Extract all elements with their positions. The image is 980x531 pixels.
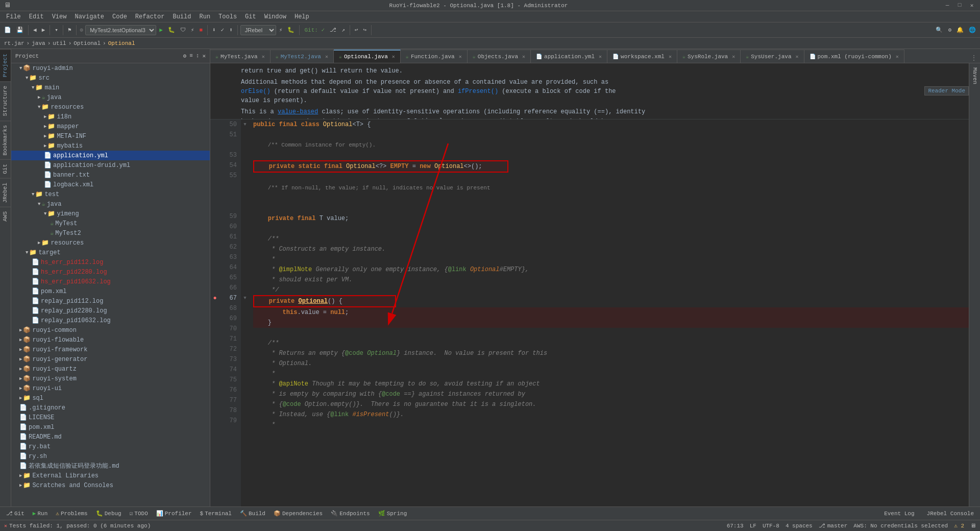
- tree-java[interactable]: ▶☕java: [11, 92, 210, 102]
- project-gear-icon[interactable]: ⚙: [183, 53, 187, 59]
- bottom-profiler-btn[interactable]: 📊 Profiler: [152, 509, 196, 518]
- menu-navigate[interactable]: Navigate: [70, 11, 108, 22]
- left-tab-aws[interactable]: AWS: [0, 207, 11, 226]
- vcs-push-btn[interactable]: ⬆: [227, 26, 235, 34]
- bottom-endpoints-btn[interactable]: 🔌 Endpoints: [327, 509, 374, 518]
- breadcrumb-util[interactable]: util: [53, 40, 66, 46]
- tab-sysuser-close[interactable]: ✕: [795, 54, 798, 60]
- minimize-btn[interactable]: —: [943, 2, 951, 9]
- tree-pom-root[interactable]: 📄pom.xml: [11, 422, 210, 432]
- project-collapse-icon[interactable]: ≡: [189, 53, 193, 59]
- tree-meta-inf[interactable]: ▶📁META-INF: [11, 131, 210, 141]
- bookmark-btn[interactable]: ⚑: [66, 26, 74, 34]
- tree-application-druid[interactable]: 📄application-druid.yml: [11, 160, 210, 170]
- jrebel-debug-btn[interactable]: 🐛: [285, 26, 297, 34]
- menu-git[interactable]: Git: [241, 11, 260, 22]
- tab-mytest2-close[interactable]: ✕: [325, 54, 328, 60]
- menu-file[interactable]: File: [2, 11, 25, 22]
- profile-btn[interactable]: ⚡: [189, 26, 197, 34]
- git-status-btn[interactable]: Git: ✓: [302, 26, 327, 34]
- forward-btn[interactable]: ▶: [40, 26, 47, 34]
- tree-replay-112[interactable]: 📄replay_pid112.log: [11, 296, 210, 306]
- tree-ext-libs[interactable]: ▶📁External Libraries: [11, 471, 210, 480]
- undo-btn[interactable]: ↩: [353, 26, 360, 34]
- git-branch[interactable]: ⎇ master: [819, 522, 848, 529]
- tab-mytest-close[interactable]: ✕: [262, 54, 265, 60]
- tab-appyml[interactable]: 📄 application.yml ✕: [531, 50, 607, 63]
- settings-btn[interactable]: ⚙: [946, 26, 953, 34]
- test-status[interactable]: ✕ Tests failed: 1, passed: 0 (6 minutes …: [4, 523, 151, 529]
- translate-btn[interactable]: 🌐: [967, 26, 978, 34]
- jrebel-select[interactable]: JRebel: [240, 25, 276, 35]
- notifications-badge[interactable]: ⚠ 2: [954, 522, 964, 529]
- tree-scratches[interactable]: ▶📁Scratches and Consoles: [11, 480, 210, 490]
- encoding[interactable]: UTF-8: [763, 523, 779, 529]
- reader-mode-btn[interactable]: Reader Mode: [924, 86, 969, 95]
- tree-sql[interactable]: ▶📁sql: [11, 393, 210, 403]
- tree-ruoyi-flowable[interactable]: ▶📦ruoyi-flowable: [11, 335, 210, 345]
- vcs-commit-btn[interactable]: ✓: [219, 26, 227, 34]
- maven-tab[interactable]: Maven: [970, 63, 980, 88]
- tree-src[interactable]: ▼📁src: [11, 73, 210, 83]
- indent[interactable]: 4 spaces: [786, 523, 813, 529]
- breadcrumb-java[interactable]: java: [32, 40, 45, 46]
- project-sort-icon[interactable]: ↕: [196, 53, 200, 59]
- tree-mapper[interactable]: ▶📁mapper: [11, 122, 210, 131]
- aws-status[interactable]: AWS: No credentials selected: [853, 523, 948, 529]
- tab-objects-close[interactable]: ✕: [522, 54, 525, 60]
- run-with-coverage-btn[interactable]: 🛡: [178, 26, 188, 34]
- tree-resources-test[interactable]: ▶📁resources: [11, 238, 210, 248]
- tab-objects[interactable]: ☕ Objects.java ✕: [468, 50, 531, 63]
- left-tab-bookmarks[interactable]: Bookmarks: [0, 120, 11, 159]
- tab-appyml-close[interactable]: ✕: [599, 54, 602, 60]
- tree-banner[interactable]: 📄banner.txt: [11, 170, 210, 180]
- more-btn[interactable]: ▾: [53, 26, 60, 34]
- breadcrumb-optional-class[interactable]: Optional: [108, 40, 135, 46]
- tree-hs-err-112[interactable]: 📄hs_err_pid112.log: [11, 257, 210, 267]
- stop-btn[interactable]: ■: [197, 26, 205, 34]
- tab-optional-close[interactable]: ✕: [392, 54, 395, 60]
- tab-function[interactable]: ☕ Function.java ✕: [401, 50, 468, 63]
- tab-pom-close[interactable]: ✕: [896, 54, 899, 60]
- menu-tools[interactable]: Tools: [214, 11, 241, 22]
- left-tab-git[interactable]: Git: [0, 159, 11, 178]
- menu-code[interactable]: Code: [108, 11, 131, 22]
- tree-mybatis[interactable]: ▶📁mybatis: [11, 141, 210, 151]
- maximize-btn[interactable]: □: [955, 2, 964, 9]
- bottom-build-btn[interactable]: 🔨 Build: [236, 509, 270, 518]
- tab-mytest[interactable]: ☕ MyTest.java ✕: [210, 50, 271, 63]
- tree-ruoyi-common[interactable]: ▶📦ruoyi-common: [11, 325, 210, 335]
- menu-help[interactable]: Help: [290, 11, 313, 22]
- save-btn[interactable]: 💾: [14, 26, 26, 34]
- bottom-terminal-btn[interactable]: $ Terminal: [196, 510, 236, 518]
- tab-workspace[interactable]: 📄 workspace.xml ✕: [607, 50, 677, 63]
- git-branch-btn[interactable]: ⎇: [328, 26, 338, 34]
- menu-edit[interactable]: Edit: [25, 11, 48, 22]
- run-config-select[interactable]: MyTest2.testOptional3: [85, 25, 156, 35]
- mem-indicator[interactable]: 🖥: [970, 522, 976, 529]
- breadcrumb-rtjar[interactable]: rt.jar: [4, 40, 24, 46]
- tree-replay-10632[interactable]: 📄replay_pid10632.log: [11, 316, 210, 325]
- event-log-btn[interactable]: Event Log: [880, 510, 918, 518]
- tree-test[interactable]: ▼📁test: [11, 189, 210, 199]
- vcs-update-btn[interactable]: ⬇: [210, 26, 218, 34]
- tab-sysrole[interactable]: ☕ SysRole.java ✕: [677, 50, 741, 63]
- left-tab-jrebel[interactable]: JRebel: [0, 178, 11, 207]
- tree-hs-err-2280[interactable]: 📄hs_err_pid2280.log: [11, 267, 210, 277]
- menu-build[interactable]: Build: [168, 11, 195, 22]
- cursor-position[interactable]: 67:13: [727, 523, 744, 529]
- tree-gitignore[interactable]: 📄.gitignore: [11, 403, 210, 413]
- menu-view[interactable]: View: [48, 11, 71, 22]
- tab-optional[interactable]: ☕ Optional.java ✕: [334, 50, 401, 63]
- fold-67[interactable]: ▼: [241, 293, 249, 303]
- menu-window[interactable]: Window: [260, 11, 290, 22]
- tree-ruoyi-generator[interactable]: ▶📦ruoyi-generator: [11, 354, 210, 364]
- tree-yimeng[interactable]: ▼📁yimeng: [11, 209, 210, 219]
- left-tab-structure[interactable]: Structure: [0, 81, 11, 120]
- fold-50[interactable]: ▼: [241, 119, 249, 130]
- tree-ruoyi-system[interactable]: ▶📦ruoyi-system: [11, 374, 210, 383]
- tab-function-close[interactable]: ✕: [459, 54, 462, 60]
- tab-pom[interactable]: 📄 pom.xml (ruoyi-common) ✕: [804, 50, 904, 63]
- redo-btn[interactable]: ↪: [361, 26, 369, 34]
- tree-license[interactable]: 📄LICENSE: [11, 413, 210, 422]
